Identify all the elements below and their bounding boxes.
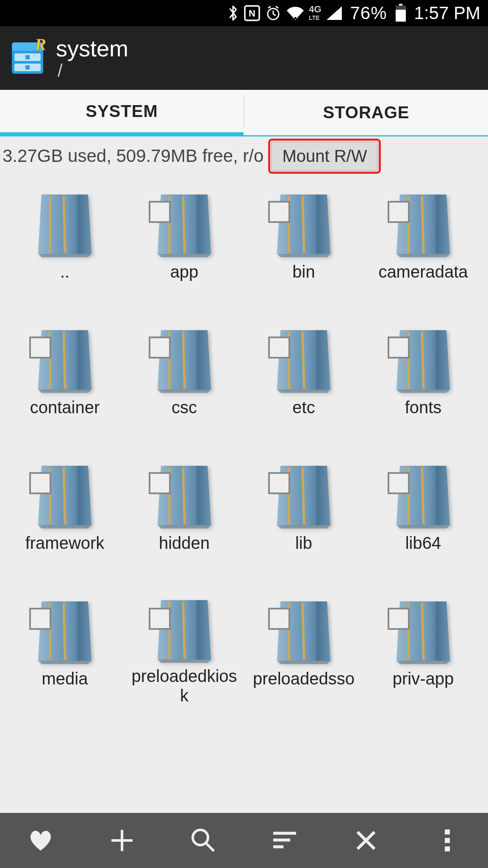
wifi-icon: [286, 6, 305, 21]
folder-icon: [385, 459, 461, 531]
folder-item-fonts[interactable]: fonts: [363, 324, 483, 434]
alarm-icon: [265, 5, 282, 22]
nfc-icon: N: [244, 5, 261, 22]
svg-rect-16: [445, 846, 450, 851]
svg-rect-3: [399, 4, 402, 6]
folder-label: ..: [60, 262, 69, 281]
folder-item-bin[interactable]: bin: [244, 188, 363, 298]
folder-icon: [385, 324, 461, 396]
folder-label: preloadedkiosk: [129, 666, 239, 705]
folder-label: etc: [292, 398, 315, 417]
tab-storage[interactable]: STORAGE: [244, 90, 488, 135]
folder-label: framework: [25, 533, 105, 553]
folder-item-etc[interactable]: etc: [244, 324, 363, 434]
folder-label: hidden: [159, 533, 210, 553]
folder-checkbox[interactable]: [149, 337, 171, 359]
network-type: 4GLTE: [309, 6, 321, 20]
folder-icon: [27, 595, 103, 667]
menu-button[interactable]: [424, 817, 471, 864]
folder-label: preloadedsso: [253, 669, 355, 688]
bottom-toolbar: [0, 813, 488, 868]
add-button[interactable]: [99, 817, 145, 864]
folder-checkbox[interactable]: [388, 608, 410, 630]
folder-label: media: [42, 669, 88, 688]
folder-label: app: [170, 262, 199, 281]
folder-item-app[interactable]: app: [125, 188, 244, 298]
battery-icon: [395, 4, 407, 22]
android-status-bar: N 4GLTE 76% 1:57 PM: [0, 0, 488, 26]
svg-text:N: N: [249, 8, 255, 19]
folder-label: lib64: [405, 533, 441, 553]
app-title: system: [56, 35, 128, 61]
folder-checkbox[interactable]: [29, 337, 51, 359]
search-button[interactable]: [180, 817, 227, 864]
folder-checkbox[interactable]: [268, 472, 290, 494]
folder-icon: [27, 459, 103, 531]
folder-icon: [27, 324, 103, 396]
folder-checkbox[interactable]: [29, 608, 51, 630]
folder-checkbox[interactable]: [388, 472, 410, 494]
sort-button[interactable]: [261, 817, 308, 864]
svg-point-13: [193, 830, 208, 845]
folder-icon: [266, 324, 342, 396]
folder-checkbox[interactable]: [29, 472, 51, 494]
folder-label: fonts: [405, 398, 442, 417]
folder-item-csc[interactable]: csc: [125, 324, 244, 434]
folder-item-preloadedsso[interactable]: preloadedsso: [244, 595, 363, 705]
folder-label: container: [30, 398, 100, 417]
folder-icon: [385, 595, 461, 667]
folder-label: cameradata: [378, 262, 468, 281]
folder-checkbox[interactable]: [149, 472, 171, 494]
folder-item-container[interactable]: container: [5, 324, 125, 434]
folder-checkbox[interactable]: [268, 201, 290, 223]
folder-item-[interactable]: ..: [5, 188, 125, 298]
signal-icon: [326, 6, 343, 21]
folder-icon: [146, 188, 222, 260]
app-path: /: [58, 61, 128, 81]
folder-icon: [146, 459, 222, 531]
status-icons: N 4GLTE: [227, 4, 342, 22]
app-header: R system /: [0, 26, 488, 90]
folder-checkbox[interactable]: [268, 337, 290, 359]
tab-bar: SYSTEM STORAGE: [0, 90, 488, 136]
folder-checkbox[interactable]: [388, 201, 410, 223]
folder-icon: [266, 459, 342, 531]
folder-item-framework[interactable]: framework: [5, 459, 125, 570]
mount-rw-button[interactable]: Mount R/W: [271, 142, 378, 171]
app-icon: R: [8, 39, 47, 77]
app-title-block: system /: [56, 35, 128, 81]
svg-rect-10: [25, 55, 30, 59]
folder-label: csc: [172, 398, 197, 417]
folder-item-lib64[interactable]: lib64: [363, 459, 483, 570]
folder-item-media[interactable]: media: [5, 595, 125, 705]
battery-percentage: 76%: [350, 3, 387, 23]
folder-label: lib: [295, 533, 312, 553]
bluetooth-icon: [227, 4, 239, 22]
folder-icon: [146, 324, 222, 396]
favorite-button[interactable]: [17, 817, 64, 864]
folder-item-lib[interactable]: lib: [244, 459, 363, 570]
folder-checkbox[interactable]: [388, 337, 410, 359]
folder-item-hidden[interactable]: hidden: [125, 459, 244, 570]
folder-icon: [27, 188, 103, 260]
storage-status-text: 3.27GB used, 509.79MB free, r/o: [3, 146, 263, 166]
folder-checkbox[interactable]: [149, 608, 171, 630]
tab-system[interactable]: SYSTEM: [0, 90, 244, 136]
folder-checkbox[interactable]: [149, 201, 171, 223]
folder-item-cameradata[interactable]: cameradata: [363, 188, 483, 298]
storage-status-row: 3.27GB used, 509.79MB free, r/o Mount R/…: [0, 136, 488, 175]
folder-item-preloadedkiosk[interactable]: preloadedkiosk: [125, 595, 244, 705]
folder-label: priv-app: [393, 669, 454, 688]
folder-grid: .. app bin: [0, 175, 488, 705]
folder-label: bin: [292, 262, 315, 281]
folder-icon: [266, 188, 342, 260]
folder-item-privapp[interactable]: priv-app: [363, 595, 483, 705]
folder-icon: [146, 595, 222, 665]
folder-checkbox[interactable]: [268, 608, 290, 630]
clock: 1:57 PM: [414, 3, 480, 23]
svg-rect-5: [396, 10, 406, 22]
svg-rect-14: [445, 829, 450, 835]
folder-icon: [385, 188, 461, 260]
svg-rect-15: [445, 838, 450, 843]
close-button[interactable]: [343, 817, 389, 864]
